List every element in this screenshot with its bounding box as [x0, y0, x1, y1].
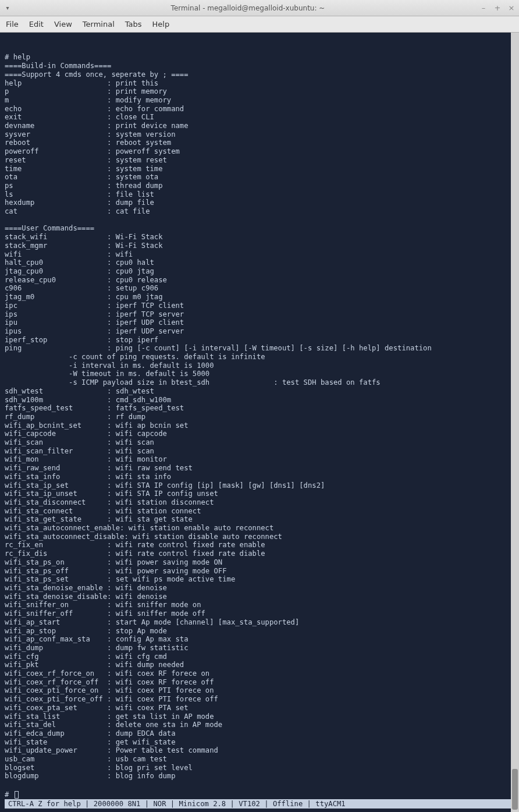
menu-edit[interactable]: Edit	[29, 20, 44, 29]
scrollbar[interactable]	[511, 33, 519, 812]
minicom-statusbar: CTRL-A Z for help | 2000000 8N1 | NOR | …	[5, 799, 514, 809]
close-button[interactable]: ×	[507, 4, 516, 12]
app-menu-arrow-icon[interactable]: ▾	[3, 4, 12, 12]
maximize-button[interactable]: +	[493, 4, 502, 12]
minimize-button[interactable]: –	[479, 4, 488, 12]
titlebar: ▾ Terminal - megalloid@megalloid-xubuntu…	[0, 0, 519, 16]
menu-view[interactable]: View	[54, 20, 72, 29]
prompt-line[interactable]: #	[5, 790, 514, 799]
menu-tabs[interactable]: Tabs	[125, 20, 142, 29]
menu-file[interactable]: File	[6, 20, 19, 29]
cursor	[15, 791, 19, 799]
scrollbar-thumb[interactable]	[512, 769, 518, 810]
menubar: File Edit View Terminal Tabs Help	[0, 16, 519, 33]
terminal-output: # help ====Build-in Commands==== ====Sup…	[5, 53, 514, 809]
window-buttons: – + ×	[479, 4, 516, 12]
prompt-symbol: #	[5, 790, 13, 799]
terminal-viewport[interactable]: # help ====Build-in Commands==== ====Sup…	[0, 33, 519, 812]
menu-help[interactable]: Help	[152, 20, 170, 29]
window-title: Terminal - megalloid@megalloid-xubuntu: …	[16, 4, 479, 12]
menu-terminal[interactable]: Terminal	[83, 20, 115, 29]
